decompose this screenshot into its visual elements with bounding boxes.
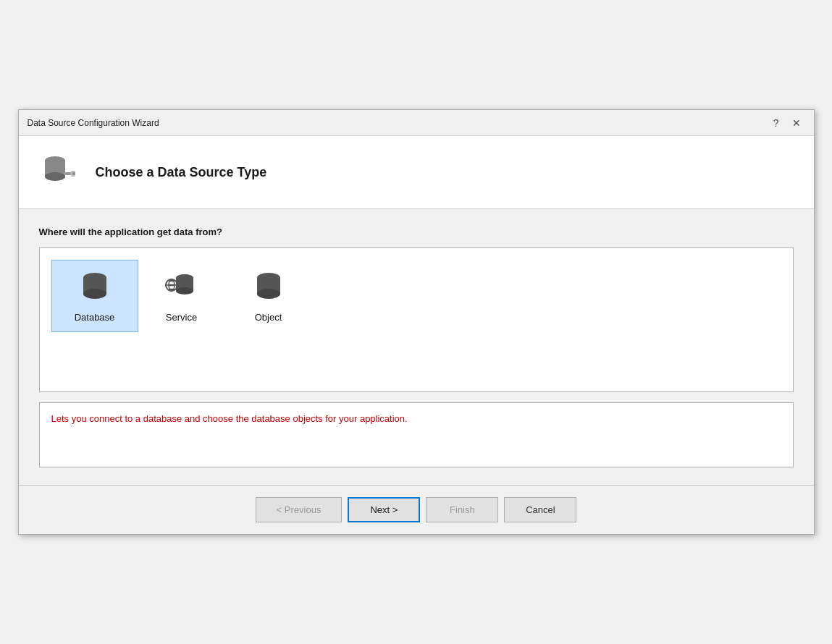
database-icon [77,269,112,306]
close-button[interactable]: ✕ [788,116,805,130]
service-icon [164,269,199,306]
object-label: Object [255,312,282,323]
svg-point-5 [72,172,75,175]
cancel-button[interactable]: Cancel [504,497,576,522]
previous-button[interactable]: < Previous [256,497,343,522]
svg-point-11 [176,287,193,295]
window-title: Data Source Configuration Wizard [28,118,159,128]
svg-point-2 [45,172,65,181]
dialog-window: Data Source Configuration Wizard ? ✕ Cho… [18,109,815,535]
datasource-item-service[interactable]: Service [138,260,225,332]
datasource-item-object[interactable]: Object [225,260,312,332]
object-icon [251,269,286,306]
question-label: Where will the application get data from… [39,226,794,237]
datasource-header-icon [39,151,83,194]
service-label: Service [166,312,197,323]
finish-button[interactable]: Finish [426,497,498,522]
header-section: Choose a Data Source Type [19,136,814,209]
datasource-grid: Database [51,260,781,332]
title-bar-left: Data Source Configuration Wizard [28,118,159,128]
svg-point-8 [83,289,106,299]
datasource-grid-box: Database [39,247,794,392]
description-box: Lets you connect to a database and choos… [39,402,794,467]
footer-section: < Previous Next > Finish Cancel [19,485,814,534]
help-button[interactable]: ? [769,116,783,130]
content-section: Where will the application get data from… [19,209,814,485]
description-text: Lets you connect to a database and choos… [51,413,408,424]
title-bar: Data Source Configuration Wizard ? ✕ [19,110,814,136]
datasource-item-database[interactable]: Database [51,260,138,332]
next-button[interactable]: Next > [348,497,420,522]
header-icon [39,151,83,194]
svg-rect-3 [64,172,71,175]
database-label: Database [75,312,115,323]
svg-point-20 [257,289,280,299]
page-title: Choose a Data Source Type [96,165,267,180]
title-bar-right: ? ✕ [769,116,805,130]
